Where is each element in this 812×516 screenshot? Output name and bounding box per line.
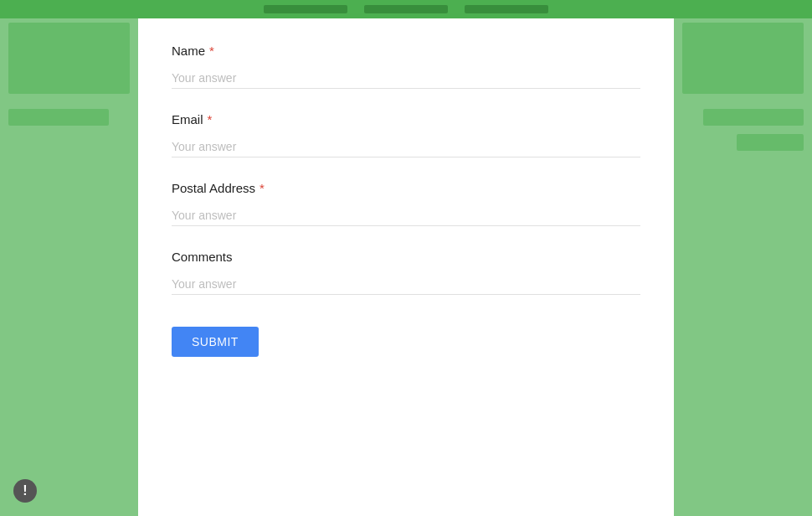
name-label-text: Name: [172, 44, 205, 58]
form-card: Name * Email * Postal Address * Comments…: [138, 18, 674, 516]
postal-address-input[interactable]: [172, 205, 640, 226]
top-bar-block-1: [264, 5, 347, 13]
comments-label-text: Comments: [172, 250, 233, 264]
comments-input[interactable]: [172, 274, 640, 295]
postal-address-label-text: Postal Address: [172, 181, 255, 195]
deco-rect-left: [8, 23, 130, 94]
comments-label: Comments: [172, 250, 640, 264]
name-label: Name *: [172, 44, 640, 58]
postal-address-section: Postal Address *: [172, 181, 640, 226]
name-required-star: *: [209, 44, 214, 58]
email-label: Email *: [172, 112, 640, 126]
email-required-star: *: [208, 112, 213, 126]
comments-section: Comments: [172, 250, 640, 295]
postal-address-required-star: *: [260, 181, 265, 195]
email-section: Email *: [172, 112, 640, 157]
deco-right-mid: [703, 109, 804, 126]
email-label-text: Email: [172, 112, 203, 126]
submit-button[interactable]: SUBMIT: [172, 327, 259, 357]
deco-top-left: [0, 18, 138, 98]
email-input[interactable]: [172, 137, 640, 157]
deco-left-mid: [8, 109, 109, 126]
deco-top-right: [674, 18, 812, 98]
top-bar-block-2: [364, 5, 448, 13]
name-section: Name *: [172, 44, 640, 89]
error-icon[interactable]: !: [13, 479, 37, 503]
top-bar-block-3: [465, 5, 548, 13]
deco-rect-right: [682, 23, 804, 94]
postal-address-label: Postal Address *: [172, 181, 640, 195]
name-input[interactable]: [172, 68, 640, 89]
error-icon-label: !: [23, 483, 27, 498]
top-bar: [0, 0, 812, 18]
deco-right-mid2: [737, 134, 804, 151]
